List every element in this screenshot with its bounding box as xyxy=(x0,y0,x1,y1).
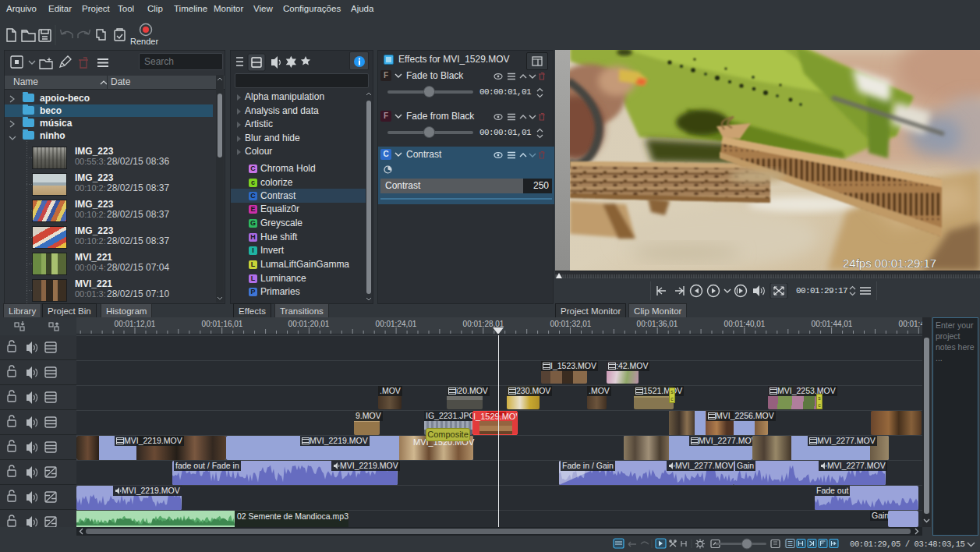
svg-text:24fps 00:01:29:17: 24fps 00:01:29:17 xyxy=(843,257,936,270)
